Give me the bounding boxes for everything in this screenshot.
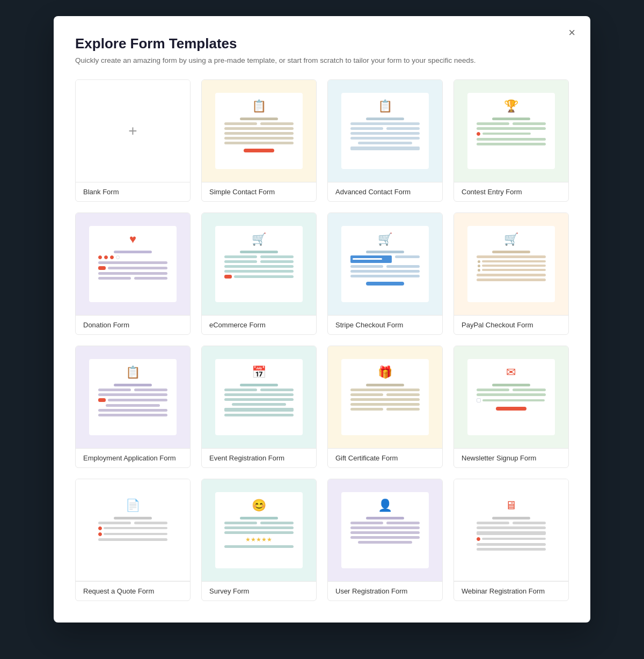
template-card-ecommerce[interactable]: 🛒 eCommerce Form [201, 213, 317, 335]
template-label-paypal: PayPal Checkout Form [454, 315, 568, 334]
template-label-stripe: Stripe Checkout Form [328, 315, 442, 334]
template-label-newsletter: Newsletter Signup Form [454, 448, 568, 467]
star-rating: ★★★★★ [245, 536, 272, 543]
template-card-simple-contact[interactable]: 📋 Simple Contact Form [201, 79, 317, 202]
template-label-employment: Employment Application Form [76, 448, 190, 467]
template-card-event[interactable]: 📅 Event Registration Form [201, 346, 317, 468]
template-card-stripe[interactable]: 🛒 Stripe Checkout [327, 213, 443, 335]
clipboard-icon: 📋 [126, 365, 140, 379]
template-label-webinar: Webinar Registration Form [454, 581, 568, 601]
template-preview-contest: 🏆 [454, 80, 568, 182]
template-card-user-reg[interactable]: 👤 User Registration Form [327, 479, 443, 601]
template-preview-advanced-contact: 📋 [328, 80, 442, 182]
template-card-contest[interactable]: 🏆 Contest Entry Form [453, 79, 569, 202]
cart-icon-stripe: 🛒 [378, 232, 392, 246]
template-preview-employment: 📋 [76, 346, 190, 448]
template-label-blank: Blank Form [76, 182, 190, 201]
template-preview-blank: + [76, 80, 190, 182]
template-card-webinar[interactable]: 🖥 Webinar Registration Form [453, 479, 569, 601]
template-card-newsletter[interactable]: ✉ Newsletter Signup Form [453, 346, 569, 468]
cart-icon-paypal: 🛒 [504, 232, 518, 246]
form-icon-adv: 📋 [378, 99, 392, 113]
template-label-donation: Donation Form [76, 315, 190, 334]
template-card-advanced-contact[interactable]: 📋 Advanced Contact Form [327, 79, 443, 202]
plus-icon: + [128, 122, 137, 140]
template-label-ecommerce: eCommerce Form [202, 315, 316, 334]
template-card-blank[interactable]: + Blank Form [75, 79, 191, 202]
template-card-donation[interactable]: ♥ [75, 213, 191, 335]
template-preview-webinar: 🖥 [454, 479, 568, 581]
heart-icon: ♥ [129, 232, 136, 246]
screen-icon: 🖥 [505, 499, 517, 512]
template-preview-ecommerce: 🛒 [202, 213, 316, 315]
template-card-gift[interactable]: 🎁 Gift Certificate Form [327, 346, 443, 468]
smiley-icon: 😊 [252, 499, 266, 512]
gift-icon: 🎁 [378, 365, 392, 379]
template-preview-paypal: 🛒 [454, 213, 568, 315]
template-label-gift: Gift Certificate Form [328, 448, 442, 467]
template-preview-newsletter: ✉ [454, 346, 568, 448]
modal-overlay[interactable]: × Explore Form Templates Quickly create … [0, 0, 644, 659]
close-button[interactable]: × [564, 25, 580, 41]
email-icon: ✉ [506, 365, 516, 379]
template-card-paypal[interactable]: 🛒 [453, 213, 569, 335]
template-preview-gift: 🎁 [328, 346, 442, 448]
modal-subtitle: Quickly create an amazing form by using … [75, 56, 569, 64]
template-preview-quote: 📄 [76, 479, 190, 581]
templates-grid: + Blank Form 📋 [75, 79, 569, 601]
cart-icon: 🛒 [252, 232, 266, 246]
form-icon: 📋 [252, 99, 266, 113]
template-label-contest: Contest Entry Form [454, 182, 568, 201]
template-preview-survey: 😊 ★★★★★ [202, 479, 316, 581]
template-preview-stripe: 🛒 [328, 213, 442, 315]
template-label-survey: Survey Form [202, 581, 316, 601]
template-card-survey[interactable]: 😊 ★★★★★ Survey Form [201, 479, 317, 601]
modal: × Explore Form Templates Quickly create … [54, 16, 590, 623]
template-card-quote[interactable]: 📄 Request a Quote Fo [75, 479, 191, 601]
calendar-icon: 📅 [252, 365, 266, 379]
person-icon: 👤 [378, 499, 392, 512]
trophy-icon: 🏆 [504, 99, 518, 113]
template-label-user-reg: User Registration Form [328, 581, 442, 601]
document-icon: 📄 [126, 499, 140, 512]
template-preview-event: 📅 [202, 346, 316, 448]
template-preview-user-reg: 👤 [328, 479, 442, 581]
template-preview-donation: ♥ [76, 213, 190, 315]
template-label-event: Event Registration Form [202, 448, 316, 467]
template-label-simple-contact: Simple Contact Form [202, 182, 316, 201]
template-preview-simple-contact: 📋 [202, 80, 316, 182]
modal-title: Explore Form Templates [75, 35, 569, 52]
template-card-employment[interactable]: 📋 Employment Application Form [75, 346, 191, 468]
template-label-quote: Request a Quote Form [76, 581, 190, 601]
template-label-advanced-contact: Advanced Contact Form [328, 182, 442, 201]
